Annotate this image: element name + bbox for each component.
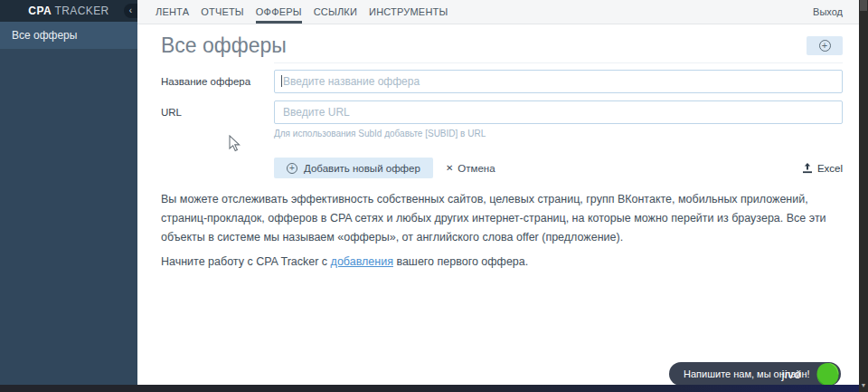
export-icon <box>802 163 813 174</box>
scrollbar-down-arrow[interactable]: ▼ <box>859 382 868 389</box>
add-offer-button[interactable]: + Добавить новый оффер <box>274 158 433 178</box>
sidebar-menu: Все офферы <box>0 22 137 49</box>
offer-url-input[interactable] <box>274 100 843 124</box>
scrollbar-thumb[interactable] <box>860 0 867 11</box>
add-first-offer-link[interactable]: добавления <box>331 255 393 268</box>
offer-url-label: URL <box>161 107 274 118</box>
logo-tracker: TRACKER <box>52 5 109 17</box>
jivo-logo: jivo <box>781 368 801 381</box>
cancel-button[interactable]: ✕ Отмена <box>446 163 495 174</box>
tab-lenta[interactable]: ЛЕНТА <box>156 0 189 24</box>
start-paragraph: Начните работу с CPA Tracker с добавлени… <box>161 253 854 272</box>
logout-link[interactable]: Выход <box>813 0 843 24</box>
tab-otchety[interactable]: ОТЧЕТЫ <box>201 0 244 24</box>
jivo-leaf-icon <box>816 362 840 387</box>
start-paragraph-suffix: вашего первого оффера. <box>393 255 528 268</box>
main-content: Все офферы + Название оффера URL Для исп… <box>137 24 859 385</box>
sidebar: CPA TRACKER ‹ Все офферы <box>0 0 137 385</box>
top-nav: ЛЕНТА ОТЧЕТЫ ОФФЕРЫ ССЫЛКИ ИНСТРУМЕНТЫ В… <box>137 0 859 24</box>
text-caret <box>281 75 282 87</box>
app-window: CPA TRACKER ‹ Все офферы ЛЕНТА ОТЧЕТЫ ОФ… <box>0 0 868 392</box>
chat-widget[interactable]: Напишите нам, мы онлайн! jivo <box>669 362 841 386</box>
subid-hint: Для использования SubId добавьте [SUBID]… <box>274 129 843 139</box>
offer-name-label: Название оффера <box>161 76 274 87</box>
excel-button-label: Excel <box>817 163 843 174</box>
page-title: Все офферы <box>161 33 287 58</box>
offer-name-input-wrap <box>274 70 843 93</box>
app-logo[interactable]: CPA TRACKER <box>28 5 108 17</box>
sidebar-item-label: Все офферы <box>12 29 77 42</box>
cancel-button-label: Отмена <box>458 163 495 174</box>
plus-icon: + <box>287 163 297 174</box>
add-offer-quick-button[interactable]: + <box>807 36 843 55</box>
form-actions: + Добавить новый оффер ✕ Отмена Excel <box>274 158 843 178</box>
close-icon: ✕ <box>446 163 453 173</box>
offer-url-input-wrap <box>274 100 843 124</box>
add-offer-button-label: Добавить новый оффер <box>304 163 420 174</box>
title-row: Все офферы + <box>137 24 859 58</box>
vertical-scrollbar[interactable]: ▼ <box>859 0 868 392</box>
tab-ssylki[interactable]: ССЫЛКИ <box>314 0 357 24</box>
chevron-left-icon: ‹ <box>129 5 132 15</box>
offer-name-input[interactable] <box>274 70 843 93</box>
start-paragraph-prefix: Начните работу с CPA Tracker с <box>161 255 331 268</box>
offer-form: Название оффера URL Для использования Su… <box>137 63 859 139</box>
sidebar-header: CPA TRACKER ‹ <box>0 0 137 22</box>
plus-icon: + <box>819 40 831 52</box>
sidebar-collapse-button[interactable]: ‹ <box>124 4 137 18</box>
bottom-strip <box>0 385 868 392</box>
logo-cpa: CPA <box>28 5 52 17</box>
tab-instrumenty[interactable]: ИНСТРУМЕНТЫ <box>369 0 448 24</box>
tab-offery[interactable]: ОФФЕРЫ <box>256 0 302 24</box>
sidebar-item-all-offers[interactable]: Все офферы <box>0 22 137 49</box>
excel-export-button[interactable]: Excel <box>802 163 843 174</box>
intro-paragraph: Вы можете отслеживать эффективность собс… <box>161 190 854 247</box>
